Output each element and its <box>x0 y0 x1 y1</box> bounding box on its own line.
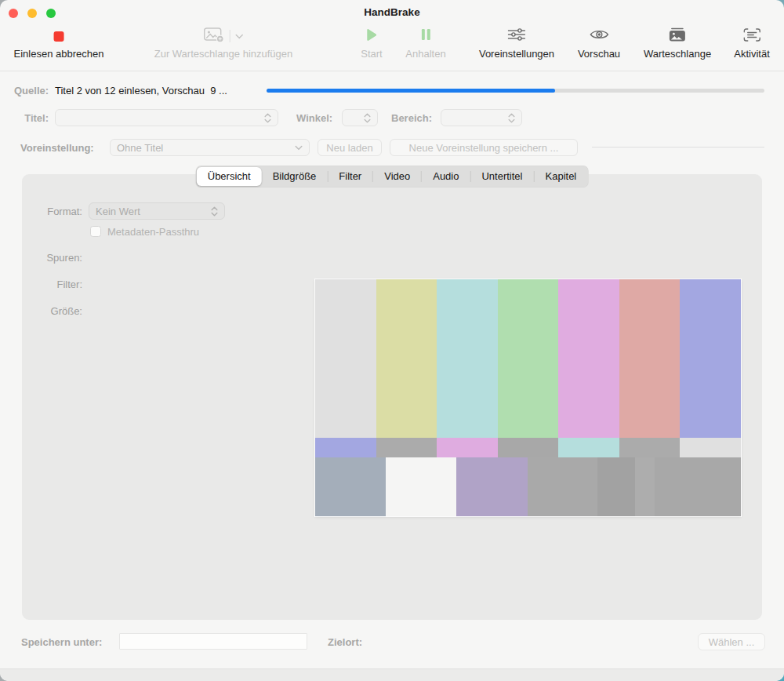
size-label: Größe: <box>0 305 82 317</box>
tracks-label: Spuren: <box>0 252 82 264</box>
save-as-field[interactable] <box>119 633 307 650</box>
pause-button[interactable]: Anhalten <box>405 27 445 60</box>
format-popup[interactable]: Kein Wert <box>89 202 225 220</box>
window-title: HandBrake <box>0 6 784 18</box>
cancel-scan-button[interactable]: Einlesen abbrechen <box>14 27 104 60</box>
pause-label: Anhalten <box>405 48 445 60</box>
choose-destination-button[interactable]: Wählen ... <box>698 633 765 650</box>
queue-button[interactable]: Warteschlange <box>644 27 711 60</box>
image-add-icon <box>204 27 225 46</box>
cancel-scan-label: Einlesen abbrechen <box>14 48 104 60</box>
start-button[interactable]: Start <box>361 27 382 60</box>
source-status-text: Titel 2 von 12 einlesen, Vorschau 9 ... <box>55 85 227 97</box>
format-label: Format: <box>0 206 82 217</box>
start-label: Start <box>361 48 382 60</box>
activity-log-icon <box>743 28 760 45</box>
tab-bildgroesse[interactable]: Bildgröße <box>262 167 328 186</box>
reload-preset-button[interactable]: Neu laden <box>318 139 382 156</box>
play-icon <box>367 29 377 44</box>
range-label: Bereich: <box>391 112 432 124</box>
updown-chevrons-icon <box>364 113 371 123</box>
window-bottom-strip <box>0 668 784 681</box>
chevron-down-icon <box>295 145 303 151</box>
handbrake-window: HandBrake Einlesen abbrechen <box>0 0 784 681</box>
tab-untertitel[interactable]: Untertitel <box>470 167 533 186</box>
save-as-label: Speichern unter: <box>21 636 102 648</box>
updown-chevrons-icon <box>264 113 271 123</box>
metadata-passthru-checkbox[interactable] <box>90 226 101 237</box>
title-popup[interactable] <box>55 109 278 126</box>
add-to-queue-label: Zur Warteschlange hinzufügen <box>154 48 293 60</box>
preset-divider <box>592 147 764 147</box>
activity-button[interactable]: Aktivität <box>734 27 770 60</box>
tab-audio[interactable]: Audio <box>422 167 470 186</box>
preview-button[interactable]: Vorschau <box>578 27 620 60</box>
preset-popup[interactable]: Ohne Titel <box>110 139 310 156</box>
range-popup[interactable] <box>441 109 522 126</box>
preset-label: Voreinstellung: <box>20 142 94 154</box>
tab-filter[interactable]: Filter <box>328 167 372 186</box>
updown-chevrons-icon <box>211 206 218 217</box>
title-label: Titel: <box>0 112 49 124</box>
presets-button[interactable]: Voreinstellungen <box>479 27 554 60</box>
activity-label: Aktivität <box>734 48 770 60</box>
stop-icon <box>53 31 64 42</box>
preview-image <box>315 279 741 516</box>
scan-progress-fill <box>267 89 555 93</box>
toolbar-separator <box>230 30 230 42</box>
sliders-icon <box>507 27 526 45</box>
queue-label: Warteschlange <box>644 48 711 60</box>
toolbar-divider <box>0 71 784 71</box>
filters-label: Filter: <box>0 279 82 290</box>
updown-chevrons-icon <box>508 113 515 123</box>
chevron-down-icon[interactable] <box>235 34 244 39</box>
pause-icon <box>421 29 430 43</box>
save-new-preset-button[interactable]: Neue Voreinstellung speichern ... <box>390 139 578 156</box>
tab-video[interactable]: Video <box>373 167 421 186</box>
presets-label: Voreinstellungen <box>479 48 554 60</box>
scan-progress-bar <box>267 89 764 93</box>
eye-icon <box>589 28 608 44</box>
angle-popup[interactable] <box>342 109 378 126</box>
source-label: Quelle: <box>14 85 49 97</box>
destination-label: Zielort: <box>328 636 362 648</box>
tab-uebersicht[interactable]: Übersicht <box>197 167 262 186</box>
tab-bar: Übersicht Bildgröße Filter Video Audio U… <box>196 166 589 188</box>
add-to-queue-button[interactable]: Zur Warteschlange hinzufügen <box>154 27 293 60</box>
preview-label: Vorschau <box>578 48 620 60</box>
photo-stack-icon <box>669 27 686 45</box>
toolbar: Einlesen abbrechen <box>0 24 784 71</box>
angle-label: Winkel: <box>296 112 332 124</box>
tab-kapitel[interactable]: Kapitel <box>535 167 588 186</box>
metadata-passthru-label: Metadaten-Passthru <box>107 226 199 238</box>
